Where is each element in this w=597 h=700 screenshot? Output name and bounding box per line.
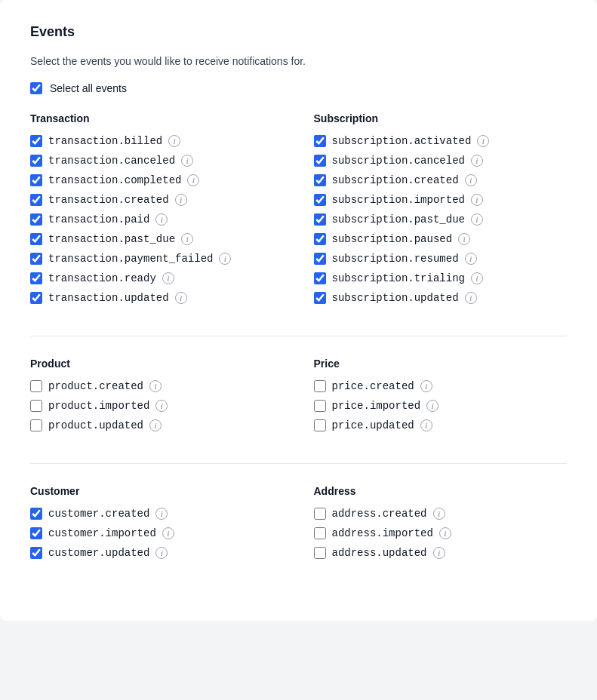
info-icon[interactable]: i (439, 527, 451, 539)
checkbox-subscription_imported[interactable] (314, 194, 326, 206)
label-address_imported[interactable]: address.imported (332, 527, 433, 539)
checkbox-subscription_updated[interactable] (314, 292, 326, 304)
label-transaction_created[interactable]: transaction.created (48, 194, 169, 206)
select-all-label[interactable]: Select all events (50, 82, 127, 94)
info-icon[interactable]: i (458, 233, 470, 245)
info-icon[interactable]: i (477, 135, 489, 147)
checkbox-customer_updated[interactable] (30, 547, 42, 559)
info-icon[interactable]: i (155, 547, 168, 559)
checkbox-product_updated[interactable] (30, 419, 42, 431)
label-subscription_created[interactable]: subscription.created (332, 174, 459, 186)
info-icon[interactable]: i (219, 253, 231, 265)
info-icon[interactable]: i (175, 292, 187, 304)
info-icon[interactable]: i (187, 174, 199, 186)
checkbox-subscription_canceled[interactable] (314, 155, 326, 167)
checkbox-transaction_billed[interactable] (30, 135, 42, 147)
checkbox-transaction_ready[interactable] (30, 272, 42, 284)
label-subscription_canceled[interactable]: subscription.canceled (332, 155, 465, 167)
info-icon[interactable]: i (465, 292, 477, 304)
info-icon[interactable]: i (175, 194, 187, 206)
checkbox-address_imported[interactable] (314, 527, 326, 539)
checkbox-price_created[interactable] (314, 380, 326, 392)
label-transaction_billed[interactable]: transaction.billed (48, 135, 162, 147)
label-transaction_canceled[interactable]: transaction.canceled (48, 155, 175, 167)
checkbox-address_updated[interactable] (314, 547, 326, 559)
label-product_created[interactable]: product.created (48, 380, 143, 392)
info-icon[interactable]: i (155, 400, 168, 412)
checkbox-price_updated[interactable] (314, 419, 326, 431)
section-title-address: Address (314, 485, 568, 497)
label-subscription_resumed[interactable]: subscription.resumed (332, 253, 459, 265)
checkbox-customer_imported[interactable] (30, 527, 42, 539)
label-transaction_updated[interactable]: transaction.updated (48, 292, 169, 304)
label-subscription_imported[interactable]: subscription.imported (332, 194, 465, 206)
info-icon[interactable]: i (162, 272, 174, 284)
checkbox-transaction_canceled[interactable] (30, 155, 42, 167)
label-customer_created[interactable]: customer.created (48, 508, 149, 520)
label-customer_updated[interactable]: customer.updated (48, 547, 149, 559)
label-price_updated[interactable]: price.updated (332, 419, 414, 431)
info-icon[interactable]: i (420, 419, 432, 431)
checkbox-transaction_payment_failed[interactable] (30, 253, 42, 265)
info-icon[interactable]: i (155, 213, 168, 226)
event-item: product.createdi (30, 380, 284, 392)
label-subscription_trialing[interactable]: subscription.trialing (332, 272, 465, 284)
info-icon[interactable]: i (471, 213, 483, 226)
label-transaction_ready[interactable]: transaction.ready (48, 272, 156, 284)
info-icon[interactable]: i (465, 253, 477, 265)
select-all-checkbox[interactable] (30, 82, 42, 94)
checkbox-product_imported[interactable] (30, 400, 42, 412)
checkbox-subscription_created[interactable] (314, 174, 326, 186)
info-icon[interactable]: i (426, 400, 439, 412)
checkbox-subscription_trialing[interactable] (314, 272, 326, 284)
checkbox-subscription_paused[interactable] (314, 233, 326, 245)
label-subscription_past_due[interactable]: subscription.past_due (332, 213, 465, 226)
info-icon[interactable]: i (181, 233, 193, 245)
label-customer_imported[interactable]: customer.imported (48, 527, 156, 539)
checkbox-price_imported[interactable] (314, 400, 326, 412)
checkbox-transaction_updated[interactable] (30, 292, 42, 304)
label-price_created[interactable]: price.created (332, 380, 414, 392)
label-product_updated[interactable]: product.updated (48, 419, 143, 431)
label-transaction_completed[interactable]: transaction.completed (48, 174, 181, 186)
info-icon[interactable]: i (420, 380, 432, 392)
info-icon[interactable]: i (433, 508, 445, 520)
info-icon[interactable]: i (181, 155, 193, 167)
info-icon[interactable]: i (465, 174, 477, 186)
info-icon[interactable]: i (155, 508, 168, 520)
checkbox-subscription_activated[interactable] (314, 135, 326, 147)
info-icon[interactable]: i (433, 547, 445, 559)
checkbox-subscription_resumed[interactable] (314, 253, 326, 265)
label-transaction_past_due[interactable]: transaction.past_due (48, 233, 175, 245)
label-subscription_activated[interactable]: subscription.activated (332, 135, 472, 147)
label-product_imported[interactable]: product.imported (48, 400, 149, 412)
event-item: transaction.updatedi (30, 292, 284, 304)
event-item: address.importedi (314, 527, 568, 539)
checkbox-address_created[interactable] (314, 508, 326, 520)
label-transaction_payment_failed[interactable]: transaction.payment_failed (48, 253, 213, 265)
checkbox-transaction_paid[interactable] (30, 213, 42, 226)
checkbox-product_created[interactable] (30, 380, 42, 392)
info-icon[interactable]: i (471, 155, 483, 167)
checkbox-subscription_past_due[interactable] (314, 213, 326, 226)
section-address: Addressaddress.creatediaddress.importedi… (314, 485, 568, 566)
label-subscription_paused[interactable]: subscription.paused (332, 233, 453, 245)
info-icon[interactable]: i (149, 380, 162, 392)
checkbox-customer_created[interactable] (30, 508, 42, 520)
info-icon[interactable]: i (168, 135, 180, 147)
checkbox-transaction_past_due[interactable] (30, 233, 42, 245)
checkbox-transaction_completed[interactable] (30, 174, 42, 186)
event-item: customer.updatedi (30, 547, 284, 559)
info-icon[interactable]: i (471, 194, 483, 206)
info-icon[interactable]: i (149, 419, 162, 431)
checkbox-transaction_created[interactable] (30, 194, 42, 206)
label-address_created[interactable]: address.created (332, 508, 427, 520)
info-icon[interactable]: i (162, 527, 174, 539)
event-item: subscription.resumedi (314, 253, 568, 265)
label-transaction_paid[interactable]: transaction.paid (48, 213, 149, 226)
label-subscription_updated[interactable]: subscription.updated (332, 292, 459, 304)
label-address_updated[interactable]: address.updated (332, 547, 427, 559)
info-icon[interactable]: i (471, 272, 483, 284)
event-item: subscription.past_duei (314, 213, 568, 226)
label-price_imported[interactable]: price.imported (332, 400, 421, 412)
